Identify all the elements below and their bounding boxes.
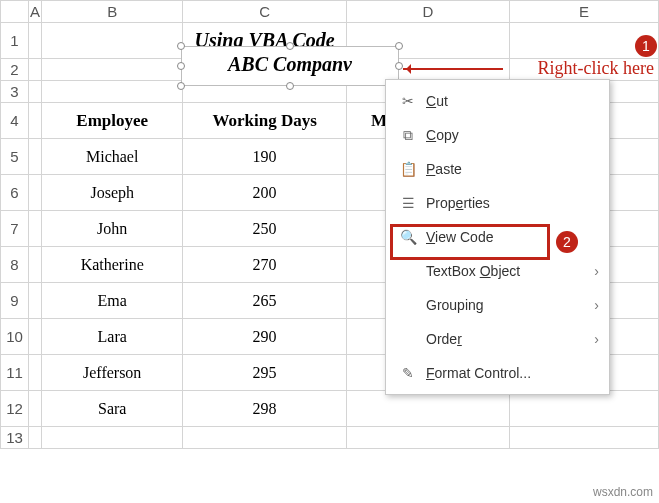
cell-days[interactable]: 200 — [183, 175, 346, 211]
cell-emp[interactable]: Ema — [41, 283, 183, 319]
properties-icon: ☰ — [396, 195, 420, 211]
menu-properties[interactable]: ☰ Properties — [386, 186, 609, 220]
chevron-right-icon: › — [594, 297, 599, 313]
cell-emp[interactable]: Michael — [41, 139, 183, 175]
row-header[interactable]: 7 — [1, 211, 29, 247]
cell-emp[interactable]: Sara — [41, 391, 183, 427]
menu-cut[interactable]: ✂ CuCutt — [386, 84, 609, 118]
row-header[interactable]: 6 — [1, 175, 29, 211]
row-header[interactable]: 5 — [1, 139, 29, 175]
cell-days[interactable]: 265 — [183, 283, 346, 319]
menu-format-control[interactable]: ✎ Format Control... — [386, 356, 609, 390]
resize-handle[interactable] — [286, 42, 294, 50]
resize-handle[interactable] — [395, 42, 403, 50]
cell-days[interactable]: 290 — [183, 319, 346, 355]
row-header[interactable]: 2 — [1, 59, 29, 81]
annotation-text: Right-click here — [538, 58, 654, 79]
annotation-badge-2: 2 — [556, 231, 578, 253]
annotation-arrow — [403, 68, 503, 70]
row-header[interactable]: 10 — [1, 319, 29, 355]
row-header[interactable]: 12 — [1, 391, 29, 427]
chevron-right-icon: › — [594, 263, 599, 279]
cell-days[interactable]: 270 — [183, 247, 346, 283]
col-header-C[interactable]: C — [183, 1, 346, 23]
select-all-corner[interactable] — [1, 1, 29, 23]
scissors-icon: ✂ — [396, 93, 420, 109]
row-header[interactable]: 3 — [1, 81, 29, 103]
resize-handle[interactable] — [286, 82, 294, 90]
row-header[interactable]: 13 — [1, 427, 29, 449]
row-header[interactable]: 1 — [1, 23, 29, 59]
cell-days[interactable]: 250 — [183, 211, 346, 247]
col-header-E[interactable]: E — [510, 1, 659, 23]
menu-order[interactable]: Order › — [386, 322, 609, 356]
row-header[interactable]: 11 — [1, 355, 29, 391]
cell-salary[interactable] — [346, 391, 509, 427]
table-header-days: Working Days — [183, 103, 346, 139]
format-icon: ✎ — [396, 365, 420, 381]
paste-icon: 📋 — [396, 161, 420, 177]
resize-handle[interactable] — [177, 82, 185, 90]
cell-emp[interactable]: Katherine — [41, 247, 183, 283]
textbox-object[interactable]: ABC Companv — [181, 46, 399, 86]
chevron-right-icon: › — [594, 331, 599, 347]
menu-copy[interactable]: ⧉ Copy — [386, 118, 609, 152]
menu-textbox-object[interactable]: TextBox Object › — [386, 254, 609, 288]
cell-days[interactable]: 190 — [183, 139, 346, 175]
resize-handle[interactable] — [177, 42, 185, 50]
table-header-employee: Employee — [41, 103, 183, 139]
textbox-text: ABC Companv — [182, 47, 398, 76]
cell-emp[interactable]: Joseph — [41, 175, 183, 211]
menu-grouping[interactable]: Grouping › — [386, 288, 609, 322]
col-header-A[interactable]: A — [28, 1, 41, 23]
row-header[interactable]: 4 — [1, 103, 29, 139]
menu-paste[interactable]: 📋 Paste — [386, 152, 609, 186]
cell-emp[interactable]: Lara — [41, 319, 183, 355]
row-header[interactable]: 8 — [1, 247, 29, 283]
cell-days[interactable]: 295 — [183, 355, 346, 391]
cell-emp[interactable]: John — [41, 211, 183, 247]
watermark: wsxdn.com — [593, 485, 653, 499]
col-header-D[interactable]: D — [346, 1, 509, 23]
row-header[interactable]: 9 — [1, 283, 29, 319]
cell-days[interactable]: 298 — [183, 391, 346, 427]
view-code-icon: 🔍 — [396, 229, 420, 245]
annotation-badge-1: 1 — [635, 35, 657, 57]
copy-icon: ⧉ — [396, 127, 420, 144]
resize-handle[interactable] — [177, 62, 185, 70]
col-header-B[interactable]: B — [41, 1, 183, 23]
cell-emp[interactable]: Jefferson — [41, 355, 183, 391]
